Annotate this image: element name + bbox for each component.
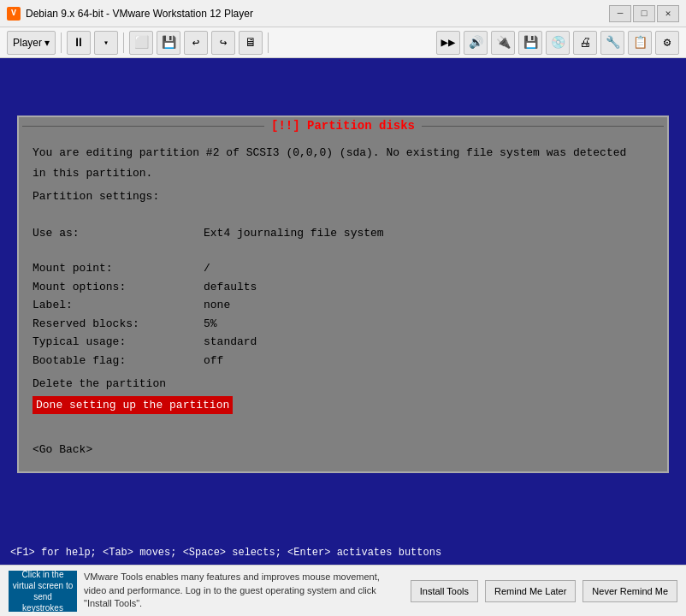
title-bar: V Debian 9.x 64-bit - VMware Workstation…: [0, 0, 686, 27]
pause-button[interactable]: ⏸: [67, 31, 91, 55]
value-mount-point: /: [204, 260, 210, 277]
install-tools-button[interactable]: Install Tools: [411, 580, 478, 602]
value-bootable: off: [204, 352, 223, 370]
player-label: Player: [13, 37, 42, 49]
toolbar-separator-1: [61, 33, 62, 53]
value-label: none: [204, 297, 230, 314]
notification-icon: Click in the virtual screen to send keys…: [9, 571, 77, 612]
toolbar-right-btn-6[interactable]: 🖨: [573, 31, 597, 55]
settings-row-mount-options: Mount options: defaults: [33, 279, 653, 296]
terminal-body: You are editing partition #2 of SCSI3 (0…: [19, 134, 667, 471]
title-dashes-left: [22, 126, 264, 127]
settings-row-mount-point: Mount point: /: [33, 260, 653, 277]
window-title: Debian 9.x 64-bit - VMware Workstation 1…: [26, 8, 253, 20]
terminal-title-bar: [!!] Partition disks: [19, 117, 667, 134]
label-bootable: Bootable flag:: [33, 352, 204, 370]
toolbar-right-btn-5[interactable]: 💿: [546, 31, 570, 55]
toolbar-separator-2: [123, 33, 124, 53]
done-setting-highlighted[interactable]: Done setting up the partition: [33, 396, 233, 415]
player-dropdown-icon: ▾: [44, 37, 50, 49]
delete-partition-option[interactable]: Delete the partition: [33, 376, 653, 393]
minimize-button[interactable]: ─: [609, 5, 631, 22]
settings-header: Partition settings:: [33, 188, 653, 205]
vm-display-area[interactable]: [!!] Partition disks You are editing par…: [0, 58, 686, 530]
label-use-as: Use as:: [33, 225, 204, 242]
notification-bar: Click in the virtual screen to send keys…: [0, 565, 686, 616]
value-reserved: 5%: [204, 316, 217, 333]
toolbar-btn-3[interactable]: ↩: [184, 31, 208, 55]
toolbar-btn-1[interactable]: ⬜: [129, 31, 153, 55]
player-menu-button[interactable]: Player ▾: [7, 31, 56, 55]
label-mount-point: Mount point:: [33, 260, 204, 277]
description-line1: You are editing partition #2 of SCSI3 (0…: [33, 145, 653, 162]
toolbar: Player ▾ ⏸ ▾ ⬜ 💾 ↩ ↪ 🖥 ▶▶ 🔊 🔌 💾 💿 🖨 🔧 📋 …: [0, 27, 686, 58]
toolbar-btn-2[interactable]: 💾: [157, 31, 180, 55]
restore-button[interactable]: □: [633, 5, 655, 22]
toolbar-btn-4[interactable]: ↪: [211, 31, 235, 55]
toolbar-right-btn-3[interactable]: 🔌: [491, 31, 515, 55]
settings-row-use-as: Use as: Ext4 journaling file system: [33, 225, 653, 242]
toolbar-right: ▶▶ 🔊 🔌 💾 💿 🖨 🔧 📋 ⚙: [436, 31, 679, 55]
toolbar-right-btn-8[interactable]: 📋: [628, 31, 652, 55]
pause-dropdown-button[interactable]: ▾: [94, 31, 118, 55]
toolbar-right-btn-7[interactable]: 🔧: [600, 31, 624, 55]
close-button[interactable]: ✕: [657, 5, 679, 22]
toolbar-right-btn-4[interactable]: 💾: [518, 31, 542, 55]
app-icon: V: [7, 7, 21, 21]
go-back-option[interactable]: <Go Back>: [33, 441, 653, 459]
value-mount-options: defaults: [204, 279, 257, 296]
description-line2: in this partition.: [33, 165, 653, 182]
value-use-as: Ext4 journaling file system: [204, 225, 384, 242]
remind-later-button[interactable]: Remind Me Later: [485, 580, 576, 602]
settings-row-bootable: Bootable flag: off: [33, 352, 653, 370]
toolbar-right-btn-2[interactable]: 🔊: [464, 31, 488, 55]
label-label: Label:: [33, 297, 204, 314]
toolbar-right-btn-1[interactable]: ▶▶: [436, 31, 460, 55]
settings-section: Partition settings: Use as: Ext4 journal…: [33, 188, 653, 369]
hint-bar: <F1> for help; <Tab> moves; <Space> sele…: [0, 541, 686, 565]
terminal-title: [!!] Partition disks: [268, 119, 418, 133]
toolbar-right-btn-9[interactable]: ⚙: [655, 31, 679, 55]
toolbar-btn-5[interactable]: 🖥: [239, 31, 263, 55]
hint-text: <F1> for help; <Tab> moves; <Space> sele…: [10, 547, 441, 559]
label-mount-options: Mount options:: [33, 279, 204, 296]
settings-row-label: Label: none: [33, 297, 653, 314]
settings-row-reserved: Reserved blocks: 5%: [33, 316, 653, 333]
done-setting-option[interactable]: Done setting up the partition: [33, 393, 653, 415]
window-controls: ─ □ ✕: [609, 5, 679, 22]
value-typical: standard: [204, 334, 257, 351]
terminal-window: [!!] Partition disks You are editing par…: [17, 116, 669, 473]
settings-row-typical: Typical usage: standard: [33, 334, 653, 351]
toolbar-separator-3: [268, 33, 269, 53]
notification-icon-text: Click in the virtual screen to send keys…: [12, 569, 74, 613]
label-typical: Typical usage:: [33, 334, 204, 351]
notification-message: VMware Tools enables many features and i…: [84, 571, 404, 610]
never-remind-button[interactable]: Never Remind Me: [583, 580, 677, 602]
label-reserved: Reserved blocks:: [33, 316, 204, 333]
title-dashes-right: [422, 126, 664, 127]
